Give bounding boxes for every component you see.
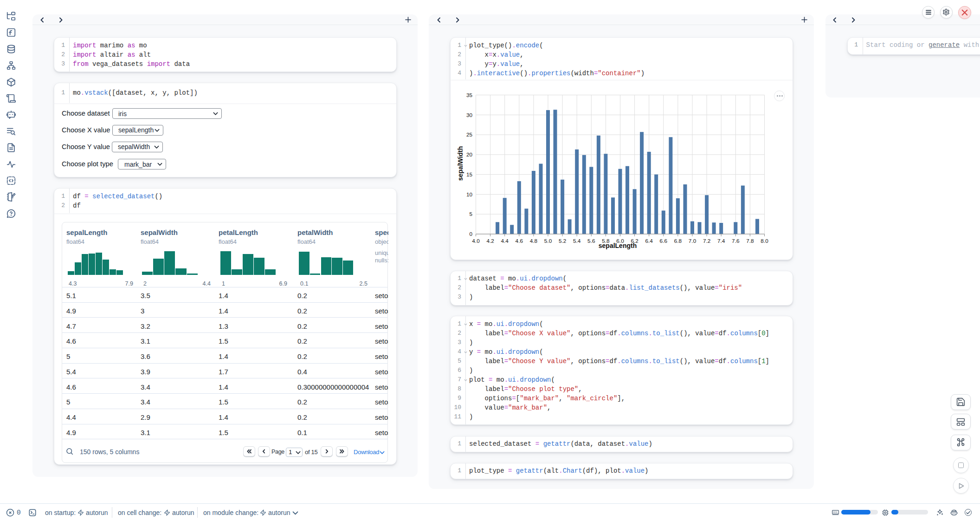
svg-text:7.8: 7.8 — [746, 238, 754, 244]
svg-text:7.2: 7.2 — [703, 238, 710, 244]
svg-text:35: 35 — [466, 92, 473, 98]
svg-text:4.0: 4.0 — [472, 238, 480, 244]
svg-text:8.0: 8.0 — [761, 238, 768, 244]
svg-text:15: 15 — [466, 171, 473, 178]
svg-text:10: 10 — [466, 191, 473, 198]
svg-text:7.4: 7.4 — [717, 238, 725, 244]
svg-text:6.8: 6.8 — [674, 238, 682, 244]
svg-text:6.6: 6.6 — [660, 238, 668, 244]
svg-text:sepalWidth: sepalWidth — [457, 146, 464, 181]
svg-text:4.6: 4.6 — [516, 238, 523, 244]
svg-text:30: 30 — [466, 112, 473, 118]
svg-text:20: 20 — [466, 151, 473, 158]
svg-text:4.8: 4.8 — [530, 238, 538, 244]
svg-text:6.4: 6.4 — [645, 238, 653, 244]
svg-text:5.6: 5.6 — [587, 238, 595, 244]
svg-text:7.6: 7.6 — [732, 238, 740, 244]
svg-text:sepalLength: sepalLength — [599, 242, 637, 249]
svg-text:0: 0 — [469, 231, 472, 237]
svg-text:5.0: 5.0 — [544, 238, 552, 244]
svg-text:4.4: 4.4 — [501, 238, 509, 244]
svg-text:4.2: 4.2 — [486, 238, 494, 244]
svg-text:5.4: 5.4 — [573, 238, 581, 244]
svg-text:7.0: 7.0 — [689, 238, 696, 244]
svg-text:5: 5 — [469, 211, 472, 217]
svg-text:5.2: 5.2 — [559, 238, 566, 244]
svg-text:25: 25 — [466, 131, 473, 138]
